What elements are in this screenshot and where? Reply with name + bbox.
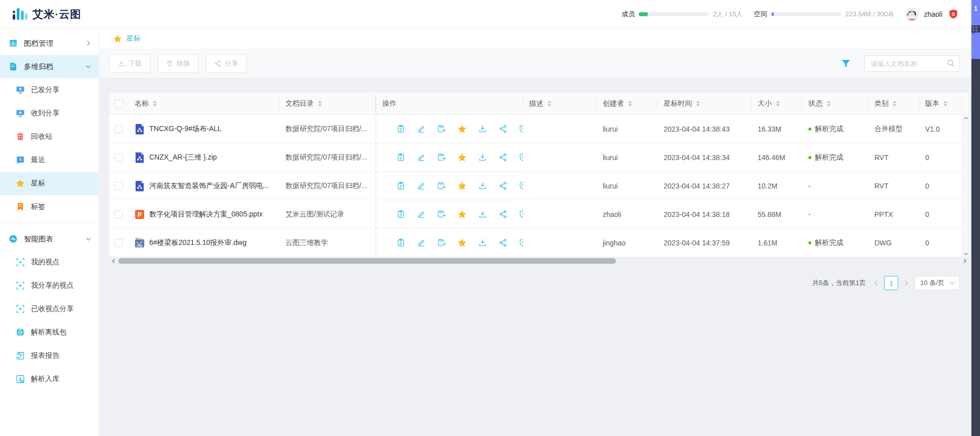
sort-carets-icon[interactable] xyxy=(776,101,780,107)
sidebar-group-smart-charts[interactable]: 智能图表 xyxy=(0,227,99,251)
dock-highlight-block[interactable] xyxy=(971,33,980,59)
shield-lock-icon[interactable] xyxy=(519,153,523,162)
save-as-icon[interactable] xyxy=(437,153,446,162)
column-header-category[interactable]: 类别 xyxy=(868,92,919,114)
file-name[interactable]: CNZX_AR-{三维 }.zip xyxy=(149,153,217,162)
shield-lock-icon[interactable] xyxy=(519,124,523,133)
sort-carets-icon[interactable] xyxy=(893,101,897,107)
save-as-icon[interactable] xyxy=(437,238,446,247)
sidebar-item-starred[interactable]: 星标 xyxy=(0,172,99,195)
download-icon[interactable] xyxy=(478,181,487,190)
search-input[interactable] xyxy=(864,55,960,72)
page-number-button[interactable]: 1 xyxy=(884,276,898,290)
vscroll-up-arrow-icon[interactable] xyxy=(964,116,968,120)
sort-carets-icon[interactable] xyxy=(318,101,322,107)
file-name[interactable]: 河南筑友智造装饰产业园-A厂房弱电... xyxy=(149,181,269,191)
sidebar-item-recycle-bin[interactable]: 回收站 xyxy=(0,125,99,148)
user-badge-icon[interactable]: S xyxy=(949,9,958,19)
right-dock-strip[interactable]: 1 xyxy=(971,0,980,436)
sort-carets-icon[interactable] xyxy=(827,101,831,107)
detail-icon[interactable] xyxy=(397,153,405,162)
shield-lock-icon[interactable] xyxy=(519,238,523,247)
share-icon[interactable] xyxy=(499,238,507,247)
download-icon[interactable] xyxy=(478,210,487,219)
avatar[interactable] xyxy=(905,8,919,21)
sidebar-item-shared-sent[interactable]: 已发分享 xyxy=(0,78,99,102)
page-size-select[interactable]: 10 条/页 xyxy=(914,276,960,290)
sidebar-item-my-viewpoints[interactable]: 我的视点 xyxy=(0,251,99,274)
star-icon[interactable] xyxy=(458,181,467,191)
username[interactable]: zhaoli xyxy=(924,10,942,18)
sidebar-item-report-statements[interactable]: 报表报告 xyxy=(0,344,99,367)
sort-carets-icon[interactable] xyxy=(696,101,700,107)
remove-button[interactable]: 移除 xyxy=(157,54,199,73)
chevron-down-icon[interactable] xyxy=(85,64,91,70)
detail-icon[interactable] xyxy=(397,238,405,247)
sort-carets-icon[interactable] xyxy=(547,101,551,107)
column-header-size[interactable]: 大小 xyxy=(752,92,802,114)
horizontal-scrollbar[interactable] xyxy=(109,257,969,265)
save-as-icon[interactable] xyxy=(437,124,446,133)
sidebar-group-multi-archive[interactable]: 多维归档 xyxy=(0,55,99,78)
row-checkbox[interactable] xyxy=(115,239,123,247)
column-header-desc[interactable]: 描述 xyxy=(523,92,597,114)
select-all-checkbox[interactable] xyxy=(115,100,123,108)
sidebar-item-tags[interactable]: 标签 xyxy=(0,195,99,219)
share-icon[interactable] xyxy=(499,210,507,219)
row-checkbox[interactable] xyxy=(115,210,123,219)
detail-icon[interactable] xyxy=(397,181,405,190)
hscroll-left-arrow-icon[interactable] xyxy=(109,259,117,263)
breadcrumb-label[interactable]: 星标 xyxy=(126,34,141,43)
sort-carets-icon[interactable] xyxy=(153,101,157,107)
download-icon[interactable] xyxy=(478,153,487,162)
edit-icon[interactable] xyxy=(417,210,426,219)
sidebar-item-parse-into-library[interactable]: 解析入库 xyxy=(0,367,99,391)
save-as-icon[interactable] xyxy=(437,181,446,190)
star-icon[interactable] xyxy=(458,153,467,162)
edit-icon[interactable] xyxy=(417,238,426,247)
vscroll-down-arrow-icon[interactable] xyxy=(964,252,968,256)
column-header-status[interactable]: 状态 xyxy=(802,92,868,114)
chevron-right-icon[interactable] xyxy=(85,40,91,46)
table-row[interactable]: CAD6#楼梁板2021.5.10报外审.dwg云图三维教学jinghao202… xyxy=(109,229,969,257)
shield-lock-icon[interactable] xyxy=(519,210,523,219)
sidebar-item-viewpoint-shares-received[interactable]: 已收视点分享 xyxy=(0,297,99,321)
file-name[interactable]: 6#楼梁板2021.5.10报外审.dwg xyxy=(149,238,246,247)
shield-lock-icon[interactable] xyxy=(519,181,523,190)
star-icon[interactable] xyxy=(458,210,467,219)
download-icon[interactable] xyxy=(478,238,487,247)
share-icon[interactable] xyxy=(499,181,507,190)
file-name[interactable]: 数字化项目管理解决方案_0805.pptx xyxy=(149,210,263,219)
row-checkbox[interactable] xyxy=(115,182,123,190)
table-row[interactable]: 河南筑友智造装饰产业园-A厂房弱电...数据研究院/07项目归档/...liur… xyxy=(109,172,969,200)
share-button[interactable]: 分享 xyxy=(206,54,247,73)
edit-icon[interactable] xyxy=(417,181,426,190)
row-checkbox[interactable] xyxy=(115,125,123,133)
sidebar-item-offline-parse-package[interactable]: 解析离线包 xyxy=(0,321,99,344)
edit-icon[interactable] xyxy=(417,124,426,133)
share-icon[interactable] xyxy=(499,124,507,133)
row-checkbox[interactable] xyxy=(115,153,123,162)
hscroll-right-arrow-icon[interactable] xyxy=(961,259,969,263)
detail-icon[interactable] xyxy=(397,124,405,133)
column-header-dir[interactable]: 文档目录 xyxy=(279,92,376,114)
star-icon[interactable] xyxy=(458,124,467,134)
column-header-name[interactable]: 名称 xyxy=(128,92,279,114)
share-icon[interactable] xyxy=(499,153,507,162)
search-icon[interactable] xyxy=(946,59,955,69)
column-header-version[interactable]: 版本 xyxy=(919,92,962,114)
sidebar-item-shared-received[interactable]: 收到分享 xyxy=(0,102,99,125)
detail-icon[interactable] xyxy=(397,210,405,219)
file-name[interactable]: TNCXG-Q-9#场布-ALL xyxy=(149,124,221,134)
star-icon[interactable] xyxy=(458,238,467,247)
table-row[interactable]: CNZX_AR-{三维 }.zip数据研究院/07项目归档/...liurui2… xyxy=(109,143,969,172)
chevron-down-icon[interactable] xyxy=(85,236,91,242)
next-page-icon[interactable] xyxy=(903,280,909,286)
column-header-creator[interactable]: 创建者 xyxy=(597,92,658,114)
sort-carets-icon[interactable] xyxy=(628,101,632,107)
sort-carets-icon[interactable] xyxy=(943,101,948,107)
sidebar-group-doc-management[interactable]: 图档管理 xyxy=(0,32,99,55)
filter-funnel-icon[interactable] xyxy=(841,58,851,69)
column-header-time[interactable]: 星标时间 xyxy=(658,92,752,114)
sidebar-item-recent[interactable]: 最近 xyxy=(0,148,99,172)
